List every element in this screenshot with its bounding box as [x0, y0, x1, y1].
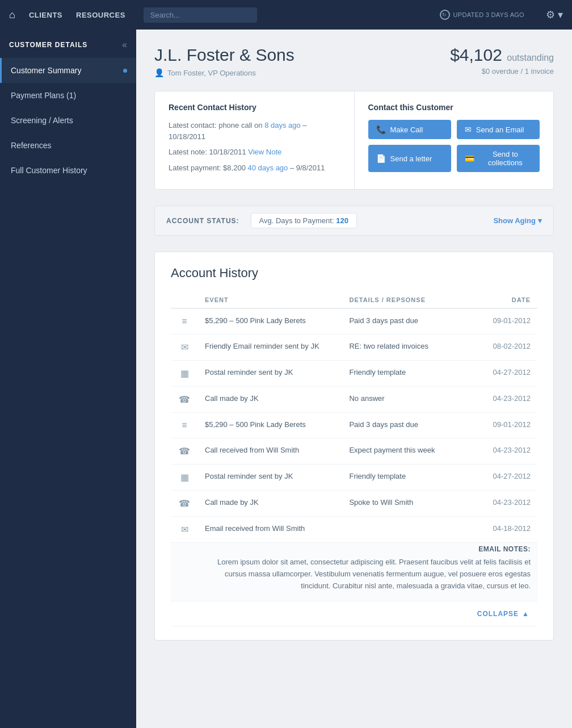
history-table: EVENTDETAILS / REPSONSEDATE ≡ $5,290 – 5… [171, 292, 537, 626]
sidebar-item-references[interactable]: References [0, 133, 136, 158]
row-date: 04-18-2012 [469, 517, 537, 543]
row-date: 04-27-2012 [469, 361, 537, 387]
avg-days-value: 120 [336, 216, 348, 225]
latest-payment-link[interactable]: 40 days ago [247, 164, 288, 172]
send-letter-button[interactable]: 📄Send a letter [368, 145, 451, 172]
sidebar-item-customer-summary[interactable]: Customer Summary [0, 58, 136, 83]
email-notes-cell: EMAIL NOTES: Lorem ipsum dolor sit amet,… [198, 543, 537, 601]
account-history-title: Account History [171, 266, 537, 281]
row-event: Call made by JK [198, 387, 342, 413]
send-collections-button[interactable]: 💳Send to collections [457, 145, 540, 172]
history-col-1: EVENT [198, 292, 342, 308]
phone-icon: ☎ [178, 498, 191, 509]
show-aging-button[interactable]: Show Aging ▾ [493, 216, 542, 225]
history-table-header-row: EVENTDETAILS / REPSONSEDATE [171, 292, 537, 308]
collapse-cell: COLLAPSE ▲ [171, 601, 537, 626]
row-icon-cell: ≡ [171, 413, 198, 438]
row-details: No answer [342, 387, 468, 413]
update-icon: ↻ [440, 10, 450, 20]
email-icon: ✉ [178, 524, 191, 535]
latest-contact-link[interactable]: 8 days ago [264, 121, 301, 129]
contact-actions: Contact this Customer 📞Make Call✉Send an… [355, 91, 554, 189]
sidebar-item-payment-plans[interactable]: Payment Plans (1) [0, 83, 136, 108]
send-email-icon: ✉ [465, 125, 472, 134]
search-wrap [144, 7, 257, 23]
home-icon[interactable]: ⌂ [9, 9, 15, 21]
chevron-down-icon: ▾ [538, 216, 542, 225]
gear-icon[interactable]: ⚙ ▾ [546, 9, 563, 21]
row-icon-cell: ✉ [171, 517, 198, 543]
account-status-bar: ACCOUNT STATUS: Avg. Days to Payment: 12… [154, 206, 554, 236]
nav-resources[interactable]: RESOURCES [76, 11, 125, 19]
history-table-body: ≡ $5,290 – 500 Pink Lady Berets Paid 3 d… [171, 308, 537, 626]
customer-contact: 👤 Tom Foster, VP Operations [154, 68, 295, 77]
make-call-button[interactable]: 📞Make Call [368, 120, 451, 139]
row-event: $5,290 – 500 Pink Lady Berets [198, 308, 342, 334]
row-details: Friendly template [342, 361, 468, 387]
search-input[interactable] [144, 7, 257, 23]
main-content: J.L. Foster & Sons 👤 Tom Foster, VP Oper… [136, 30, 572, 728]
row-icon-cell: ≡ [171, 308, 198, 334]
row-icon-cell: ☎ [171, 387, 198, 413]
avg-days-badge: Avg. Days to Payment: 120 [251, 213, 357, 228]
table-row: ≡ $5,290 – 500 Pink Lady Berets Paid 3 d… [171, 413, 537, 438]
table-row: ☎ Call made by JK No answer 04-23-2012 [171, 387, 537, 413]
row-details: Spoke to Will Smith [342, 491, 468, 517]
row-details: Friendly template [342, 465, 468, 491]
row-date: 04-23-2012 [469, 491, 537, 517]
sidebar-item-label: References [11, 141, 52, 150]
email-notes-text: Lorem ipsum dolor sit amet, consectetur … [205, 557, 531, 592]
sidebar-item-label: Customer Summary [11, 66, 81, 75]
contact-history-title: Recent Contact History [169, 103, 340, 112]
row-icon-cell: ✉ [171, 334, 198, 361]
row-date: 04-27-2012 [469, 465, 537, 491]
view-note-link[interactable]: View Note [248, 148, 281, 156]
sidebar-item-label: Screening / Alerts [11, 116, 73, 125]
account-history-section: Account History EVENTDETAILS / REPSONSED… [154, 252, 554, 641]
sidebar: CUSTOMER DETAILS « Customer SummaryPayme… [0, 30, 136, 728]
history-col-2: DETAILS / REPSONSE [342, 292, 468, 308]
table-row: ☎ Call received from Will Smith Expect p… [171, 438, 537, 465]
history-col-0 [171, 292, 198, 308]
latest-contact-row: Latest contact: phone call on 8 days ago… [169, 120, 340, 142]
doc-icon: ≡ [178, 316, 191, 327]
sidebar-header: CUSTOMER DETAILS « [0, 30, 136, 58]
send-letter-icon: 📄 [376, 154, 386, 163]
make-call-icon: 📞 [376, 125, 386, 134]
row-date: 04-23-2012 [469, 438, 537, 465]
nav-clients[interactable]: CLIENTS [29, 11, 62, 19]
row-icon-cell: ☎ [171, 438, 198, 465]
expanded-spacer [171, 543, 198, 601]
postal-icon: ▦ [178, 368, 191, 379]
table-row: ▦ Postal reminder sent by JK Friendly te… [171, 465, 537, 491]
row-date: 09-01-2012 [469, 308, 537, 334]
contact-person-icon: 👤 [154, 68, 164, 77]
send-email-button[interactable]: ✉Send an Email [457, 120, 540, 139]
collapse-button[interactable]: COLLAPSE ▲ [477, 610, 529, 618]
email-notes-label: EMAIL NOTES: [205, 545, 531, 553]
send-collections-icon: 💳 [465, 154, 474, 163]
outstanding-amount: $4,102 outstanding [450, 45, 554, 65]
table-row: ✉ Friendly Email reminder sent by JK RE:… [171, 334, 537, 361]
sidebar-back-icon[interactable]: « [122, 40, 127, 50]
sidebar-item-label: Full Customer History [11, 166, 87, 175]
row-icon-cell: ▦ [171, 465, 198, 491]
customer-name: J.L. Foster & Sons [154, 45, 295, 65]
row-details [342, 517, 468, 543]
phone-icon: ☎ [178, 446, 191, 457]
action-buttons: 📞Make Call✉Send an Email📄Send a letter💳S… [368, 120, 540, 172]
collapse-up-icon: ▲ [522, 610, 529, 618]
phone-icon: ☎ [178, 394, 191, 405]
row-event: Postal reminder sent by JK [198, 361, 342, 387]
row-event: Call made by JK [198, 491, 342, 517]
sidebar-header-title: CUSTOMER DETAILS [9, 41, 87, 49]
table-row: ☎ Call made by JK Spoke to Will Smith 04… [171, 491, 537, 517]
contact-card: Recent Contact History Latest contact: p… [154, 91, 554, 190]
outstanding-sub: $0 overdue / 1 invoice [450, 67, 554, 76]
table-row: ▦ Postal reminder sent by JK Friendly te… [171, 361, 537, 387]
doc-icon: ≡ [178, 420, 191, 430]
latest-payment-row: Latest payment: $8,200 40 days ago – 9/8… [169, 162, 340, 174]
row-date: 09-01-2012 [469, 413, 537, 438]
sidebar-item-full-customer-history[interactable]: Full Customer History [0, 158, 136, 183]
sidebar-item-screening-alerts[interactable]: Screening / Alerts [0, 108, 136, 133]
